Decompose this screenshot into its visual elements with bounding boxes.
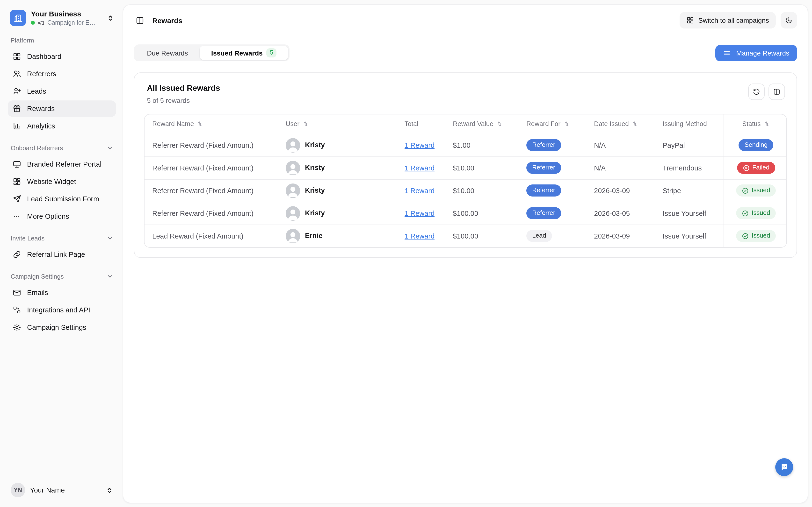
status-label: Issued — [752, 210, 770, 217]
sidebar-item-emails[interactable]: Emails — [8, 284, 116, 301]
cell-issuing-method: Tremendous — [655, 157, 723, 179]
menu-icon — [723, 49, 731, 57]
sidebar-item-campaign-settings[interactable]: Campaign Settings — [8, 319, 116, 336]
cell-date-issued: 2026-03-09 — [586, 179, 655, 202]
sidebar-item-leads[interactable]: Leads — [8, 83, 116, 100]
cell-status: Failed — [723, 157, 787, 179]
cell-issuing-method: Issue Yourself — [655, 202, 723, 225]
sidebar-item-referral-link-page[interactable]: Referral Link Page — [8, 246, 116, 263]
workspace-logo — [10, 10, 26, 26]
dashboard-icon — [12, 52, 21, 61]
grid-icon — [686, 16, 694, 24]
reward-count-link[interactable]: 1 Reward — [405, 164, 435, 172]
sidebar-item-dashboard[interactable]: Dashboard — [8, 48, 116, 65]
workspace-name: Your Business — [31, 10, 102, 18]
user-menu[interactable]: YN Your Name — [8, 481, 116, 499]
tab-count-badge: 5 — [266, 48, 277, 57]
refresh-icon — [753, 88, 760, 96]
sidebar-item-integrations-api[interactable]: Integrations and API — [8, 302, 116, 318]
table-row: Lead Reward (Fixed Amount) Ernie 1 Rewar… — [145, 225, 787, 247]
tab-label: Due Rewards — [147, 49, 188, 57]
col-header-reward-value[interactable]: Reward Value — [445, 114, 519, 134]
col-header-user[interactable]: User — [278, 114, 397, 134]
status-badge: Sending — [739, 139, 773, 151]
cell-reward-value: $100.00 — [445, 202, 519, 225]
rewards-tabs: Due Rewards Issued Rewards 5 — [134, 44, 290, 61]
sidebar-item-label: Integrations and API — [27, 306, 90, 314]
campaign-name: Campaign for E… — [47, 19, 95, 26]
switch-campaigns-button[interactable]: Switch to all campaigns — [679, 12, 776, 29]
card-title: All Issued Rewards — [147, 83, 220, 93]
sidebar-item-rewards[interactable]: Rewards — [8, 101, 116, 117]
chevron-down-icon — [107, 145, 113, 151]
main-panel: Rewards Switch to all campaigns Due Rewa… — [123, 4, 808, 503]
cell-reward-for: Referrer — [519, 179, 586, 202]
section-label-onboard-referrers[interactable]: Onboard Referrers — [11, 145, 113, 152]
col-header-date-issued[interactable]: Date Issued — [586, 114, 655, 134]
col-label: Reward Value — [453, 120, 494, 128]
sidebar-item-label: Referrers — [27, 70, 56, 78]
cell-status: Issued — [723, 202, 787, 225]
section-label-invite-leads[interactable]: Invite Leads — [11, 235, 113, 242]
columns-button[interactable] — [768, 83, 785, 100]
section-label-campaign-settings[interactable]: Campaign Settings — [11, 273, 113, 280]
reward-count-link[interactable]: 1 Reward — [405, 141, 435, 149]
sidebar-item-label: Rewards — [27, 105, 55, 113]
reward-for-badge: Referrer — [526, 184, 561, 196]
status-badge: Issued — [736, 184, 776, 196]
mail-icon — [12, 288, 21, 297]
cell-status: Sending — [723, 134, 787, 157]
status-label: Sending — [745, 142, 767, 149]
cell-reward-name: Referrer Reward (Fixed Amount) — [145, 179, 278, 202]
sidebar-toggle-button[interactable] — [134, 14, 146, 26]
reward-for-badge: Referrer — [526, 207, 561, 219]
reward-count-link[interactable]: 1 Reward — [405, 232, 435, 240]
integration-icon — [12, 306, 21, 314]
refresh-button[interactable] — [748, 83, 765, 100]
col-header-status[interactable]: Status — [723, 114, 787, 134]
check-circle-icon — [742, 233, 749, 239]
sidebar-item-label: Website Widget — [27, 178, 76, 185]
col-label: Issuing Method — [663, 120, 707, 128]
cell-reward-value: $100.00 — [445, 225, 519, 247]
sidebar-item-lead-submission-form[interactable]: Lead Submission Form — [8, 191, 116, 207]
sort-icon — [764, 121, 770, 127]
check-circle-icon — [742, 210, 749, 217]
sort-icon — [496, 121, 503, 127]
page-title: Rewards — [152, 16, 183, 24]
col-header-reward-name[interactable]: Reward Name — [145, 114, 278, 134]
user-plus-icon — [12, 87, 21, 96]
sidebar-item-analytics[interactable]: Analytics — [8, 118, 116, 134]
cell-reward-name: Referrer Reward (Fixed Amount) — [145, 202, 278, 225]
cell-reward-name: Referrer Reward (Fixed Amount) — [145, 157, 278, 179]
sidebar-item-label: Referral Link Page — [27, 250, 85, 258]
cell-status: Issued — [723, 225, 787, 247]
sidebar-item-referrers[interactable]: Referrers — [8, 66, 116, 82]
megaphone-icon — [38, 19, 45, 26]
cell-total: 1 Reward — [397, 134, 445, 157]
user-name: Kristy — [305, 164, 325, 171]
avatar — [286, 229, 300, 243]
x-circle-icon — [743, 164, 749, 171]
panel-left-icon — [135, 16, 144, 25]
theme-toggle-button[interactable] — [780, 12, 797, 29]
person-icon — [286, 183, 300, 198]
sidebar-item-branded-referrer-portal[interactable]: Branded Referrer Portal — [8, 156, 116, 172]
workspace-campaign-row: Campaign for E… — [31, 19, 102, 26]
col-header-reward-for[interactable]: Reward For — [519, 114, 586, 134]
sidebar-item-website-widget[interactable]: Website Widget — [8, 173, 116, 190]
tab-due-rewards[interactable]: Due Rewards — [135, 46, 200, 60]
tab-issued-rewards[interactable]: Issued Rewards 5 — [200, 46, 288, 60]
workspace-switcher[interactable]: Your Business Campaign for E… — [8, 9, 116, 27]
issued-rewards-card: All Issued Rewards 5 of 5 rewards — [134, 72, 797, 258]
cell-user: Kristy — [278, 179, 397, 202]
avatar — [286, 161, 300, 175]
manage-rewards-label: Manage Rewards — [737, 49, 789, 57]
reward-count-link[interactable]: 1 Reward — [405, 187, 435, 194]
reward-count-link[interactable]: 1 Reward — [405, 209, 435, 217]
chat-launcher-button[interactable] — [775, 458, 793, 476]
sidebar-item-more-options[interactable]: More Options — [8, 208, 116, 225]
manage-rewards-button[interactable]: Manage Rewards — [716, 45, 797, 61]
sort-icon — [302, 121, 309, 127]
cell-user: Kristy — [278, 202, 397, 225]
